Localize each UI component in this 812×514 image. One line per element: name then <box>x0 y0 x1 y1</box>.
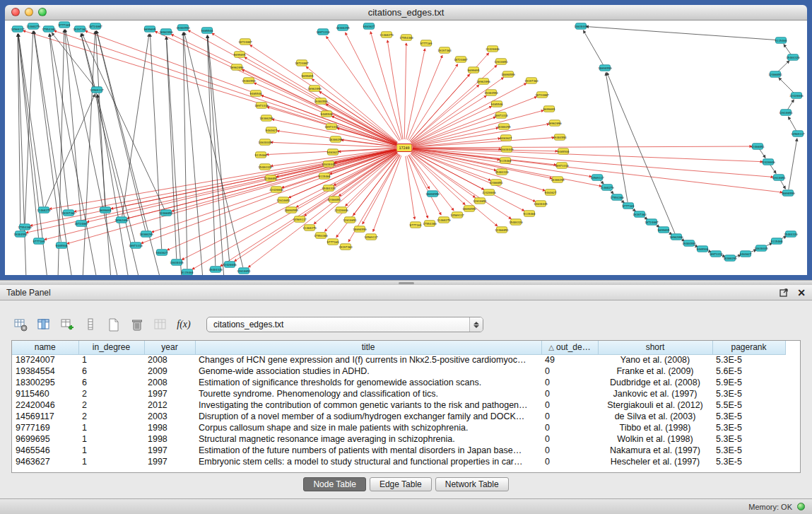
network-node[interactable]: 9115460 <box>182 269 194 275</box>
select-columns-icon[interactable] <box>35 316 53 333</box>
network-node[interactable]: 14638445 <box>534 201 548 206</box>
table-mode-icon[interactable] <box>11 316 30 333</box>
network-node[interactable]: 16962096 <box>548 120 562 126</box>
network-node[interactable]: 12466851 <box>489 180 503 185</box>
network-node[interactable]: 18698559 <box>781 190 795 196</box>
network-node[interactable]: 12466851 <box>495 227 509 233</box>
panel-divider[interactable] <box>0 280 812 285</box>
network-node[interactable]: 19197363 <box>73 26 87 32</box>
network-node[interactable]: 10973318 <box>494 112 508 118</box>
network-node[interactable]: 14638445 <box>170 259 184 265</box>
delete-icon[interactable] <box>128 316 146 333</box>
table-row[interactable]: 977716911998Corpus callosum shape and si… <box>12 422 785 433</box>
network-node[interactable]: 9777169 <box>327 239 339 245</box>
network-canvas[interactable]: 1872400796996951696209619384554946554610… <box>5 21 807 275</box>
network-node[interactable]: 14569117 <box>11 26 25 32</box>
network-node[interactable]: 10973318 <box>324 124 339 129</box>
network-node[interactable]: 12610651 <box>343 217 357 223</box>
close-panel-icon[interactable]: ✕ <box>797 288 806 298</box>
table-row[interactable]: 2242004622012Investigating the contribut… <box>12 399 785 411</box>
network-node[interactable]: 9463627 <box>500 135 512 141</box>
network-node[interactable]: 18698559 <box>425 191 440 197</box>
network-node[interactable]: 9115460 <box>775 37 787 43</box>
network-node[interactable]: 19384554 <box>682 240 696 246</box>
network-node[interactable]: 12610651 <box>772 175 786 180</box>
network-node[interactable]: 9463627 <box>363 23 375 29</box>
network-node[interactable]: 19384554 <box>484 90 498 95</box>
network-node[interactable]: 11468279 <box>600 185 614 190</box>
network-node[interactable]: 10973318 <box>555 163 569 168</box>
network-node[interactable]: 9465546 <box>201 28 213 33</box>
network-node[interactable]: 18300295 <box>551 177 565 182</box>
table-row[interactable]: 946554611997Estimation of the future num… <box>12 445 785 456</box>
network-node[interactable]: 16962096 <box>159 29 173 35</box>
network-node[interactable]: 15484320 <box>509 219 523 225</box>
network-node[interactable]: 17554300 <box>610 194 624 200</box>
table-row[interactable]: 1456911722003Disruption of a novel membe… <box>12 411 785 422</box>
network-node[interactable]: 9115460 <box>771 238 783 244</box>
network-node[interactable]: 22420046 <box>482 189 496 195</box>
network-node[interactable]: 10973318 <box>709 251 723 257</box>
network-node[interactable]: 19384554 <box>314 98 328 104</box>
network-node[interactable]: 9465546 <box>558 148 570 154</box>
network-node[interactable]: 9463627 <box>740 251 752 257</box>
network-node[interactable]: 18698559 <box>501 71 515 77</box>
network-node[interactable]: 9699695 <box>302 73 314 78</box>
network-node[interactable]: 14638445 <box>258 139 272 145</box>
table-row[interactable]: 1872400712008Changes of HCN gene express… <box>12 354 785 366</box>
tab-network-table[interactable]: Network Table <box>435 477 509 491</box>
network-node[interactable]: 12466851 <box>768 71 782 77</box>
close-window-icon[interactable] <box>11 8 20 16</box>
network-node[interactable]: 19197363 <box>632 211 647 217</box>
network-node[interactable]: 17554300 <box>314 233 328 238</box>
column-header-pagerank[interactable]: pagerank <box>712 341 785 354</box>
network-node[interactable]: 22420046 <box>486 46 500 52</box>
network-node[interactable]: 12610651 <box>237 268 251 274</box>
network-node[interactable]: 11468279 <box>437 217 451 223</box>
network-node[interactable]: 11468279 <box>379 32 394 37</box>
network-node[interactable]: 9463627 <box>156 250 168 255</box>
float-panel-icon[interactable] <box>779 288 789 297</box>
network-node[interactable]: 9463627 <box>545 189 557 195</box>
network-node[interactable]: 9465546 <box>491 101 503 107</box>
network-node[interactable]: 18724007 <box>74 221 88 226</box>
table-row[interactable]: 1830029562008Estimation of significance … <box>12 377 785 388</box>
network-node[interactable]: 22420046 <box>223 262 237 267</box>
network-node[interactable]: 17554300 <box>42 26 56 32</box>
table-row[interactable]: 969969511998Structural magnetic resonanc… <box>12 433 785 445</box>
network-node[interactable]: 14569117 <box>364 234 378 240</box>
network-node[interactable]: 15484320 <box>258 164 272 170</box>
network-node[interactable]: 15484320 <box>786 54 800 60</box>
network-node[interactable]: 11468279 <box>26 23 40 29</box>
table-row[interactable]: 946362711997Embryonic stem cells: a mode… <box>12 456 785 467</box>
network-node[interactable]: 18300295 <box>497 124 511 129</box>
network-node[interactable]: 12610651 <box>276 197 290 203</box>
network-node[interactable]: 12610651 <box>779 110 793 115</box>
network-node[interactable]: 19197363 <box>61 210 76 216</box>
network-node[interactable]: 14638445 <box>500 146 514 152</box>
window-titlebar[interactable]: citations_edges.txt <box>5 5 807 21</box>
network-node[interactable]: 10973318 <box>316 29 330 35</box>
network-node[interactable]: 9699695 <box>543 106 555 112</box>
network-node[interactable]: 22420046 <box>789 93 804 98</box>
network-node[interactable]: 9465546 <box>250 90 262 96</box>
column-header-year[interactable]: year <box>144 341 195 354</box>
table-row[interactable]: 911546021997Tourette syndrome. Phenomeno… <box>12 388 785 399</box>
network-node[interactable]: 16962096 <box>114 217 129 223</box>
network-hub-node[interactable]: 17240 <box>396 144 412 152</box>
network-node[interactable]: 18724007 <box>88 23 102 29</box>
new-file-icon[interactable] <box>105 316 123 333</box>
network-node[interactable]: 14638445 <box>574 23 588 29</box>
network-node[interactable]: 19384554 <box>13 231 28 237</box>
function-builder-icon[interactable]: f(x) <box>175 316 193 333</box>
network-node[interactable]: 12610651 <box>494 59 508 64</box>
network-node[interactable]: 19384554 <box>553 134 567 140</box>
network-node[interactable]: 18698559 <box>462 206 476 211</box>
network-node[interactable]: 11468279 <box>302 225 317 230</box>
network-node[interactable]: 18724007 <box>454 57 468 62</box>
network-node[interactable]: 9115460 <box>319 173 331 179</box>
network-node[interactable]: 15484320 <box>495 169 509 175</box>
table-selector-dropdown[interactable]: citations_edges.txt <box>206 317 483 332</box>
network-node[interactable]: 9777169 <box>623 203 635 209</box>
network-node[interactable]: 19384554 <box>242 78 256 83</box>
